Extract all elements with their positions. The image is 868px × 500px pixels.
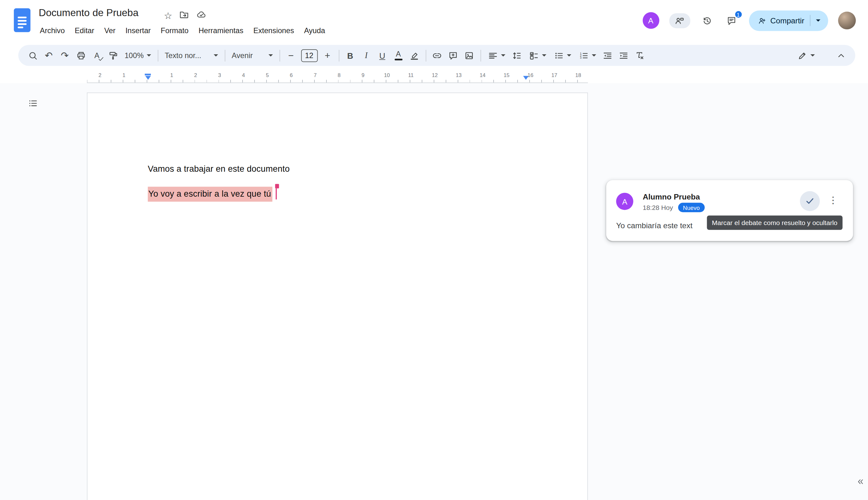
menu-editar[interactable]: Editar xyxy=(70,24,99,37)
image-icon xyxy=(464,50,474,60)
star-icon[interactable]: ☆ xyxy=(164,10,173,21)
text-color-button[interactable]: A xyxy=(390,48,406,63)
add-comment-icon xyxy=(448,50,458,60)
clear-formatting-button[interactable] xyxy=(632,48,647,63)
minus-icon: − xyxy=(288,51,294,60)
horizontal-ruler: 21123456789101112131415161718 xyxy=(0,70,868,83)
collaborator-avatar[interactable]: A xyxy=(643,12,659,29)
menu-formato[interactable]: Formato xyxy=(156,24,193,37)
ruler-number: 4 xyxy=(242,72,245,78)
insert-link-button[interactable] xyxy=(429,48,445,63)
menu-insertar[interactable]: Insertar xyxy=(120,24,156,37)
undo-button[interactable]: ↶ xyxy=(41,48,57,63)
spellcheck-icon: A xyxy=(94,51,99,59)
font-size-input[interactable]: 12 xyxy=(301,49,318,61)
version-history-button[interactable] xyxy=(700,13,714,28)
paragraph-1[interactable]: Vamos a trabajar en este documento xyxy=(148,162,290,174)
resolve-comment-button[interactable] xyxy=(800,191,820,211)
toolbar-divider xyxy=(480,49,481,61)
decrease-indent-button[interactable] xyxy=(600,48,615,63)
paragraph-style-select[interactable]: Texto nor... xyxy=(162,48,221,63)
comment-options-button[interactable]: ⋮ xyxy=(826,194,840,206)
google-docs-app: Documento de Prueba ☆ Archivo Editar Ver… xyxy=(0,0,868,500)
redo-button[interactable]: ↷ xyxy=(57,48,72,63)
collapse-panel-button[interactable] xyxy=(854,475,866,488)
zoom-select[interactable]: 100% xyxy=(121,48,154,63)
comment-author-name: Alumno Prueba xyxy=(643,192,700,201)
print-button[interactable] xyxy=(73,48,89,63)
text-color-icon: A xyxy=(395,50,402,60)
paragraph-2[interactable]: Yo voy a escribir a la vez que tú xyxy=(148,186,290,201)
menu-ver[interactable]: Ver xyxy=(99,24,120,37)
decrease-font-size-button[interactable]: − xyxy=(283,48,299,63)
menu-ayuda[interactable]: Ayuda xyxy=(299,24,330,37)
comment-timestamp: 18:28 Hoy xyxy=(643,204,673,212)
line-spacing-button[interactable] xyxy=(509,48,525,63)
font-family-select[interactable]: Avenir xyxy=(228,48,276,63)
double-chevron-left-icon xyxy=(855,477,865,486)
numbered-list-icon: 123 xyxy=(578,50,588,60)
menu-extensiones[interactable]: Extensiones xyxy=(248,24,299,37)
ruler-number: 3 xyxy=(218,72,221,78)
ruler-number: 16 xyxy=(527,72,533,78)
document-title[interactable]: Documento de Prueba xyxy=(39,7,139,19)
ruler-number: 1 xyxy=(122,72,125,78)
align-button[interactable] xyxy=(484,48,508,63)
profile-avatar[interactable] xyxy=(838,12,856,29)
highlight-color-button[interactable] xyxy=(407,48,422,63)
editing-mode-button[interactable] xyxy=(794,48,818,63)
comments-button[interactable]: 1 xyxy=(725,13,739,28)
comments-notification-badge: 1 xyxy=(734,10,742,19)
menu-archivo[interactable]: Archivo xyxy=(35,24,70,37)
spellcheck-button[interactable]: A xyxy=(89,48,105,63)
left-indent-marker[interactable] xyxy=(145,73,151,80)
chevron-down-icon xyxy=(566,54,571,57)
underline-button[interactable]: U xyxy=(374,48,390,63)
share-button[interactable]: Compartir xyxy=(749,10,828,31)
formatting-toolbar: ↶ ↷ A 100% Texto nor... Avenir − 12 + B … xyxy=(18,45,855,66)
italic-icon: I xyxy=(365,51,368,60)
bold-button[interactable]: B xyxy=(342,48,358,63)
ruler-number: 6 xyxy=(290,72,293,78)
paint-format-button[interactable] xyxy=(105,48,120,63)
document-text[interactable]: Vamos a trabajar en este documento Yo vo… xyxy=(148,154,290,210)
chevron-down-icon xyxy=(816,19,820,22)
commented-text-highlight[interactable]: Yo voy a escribir a la vez que tú xyxy=(148,186,272,201)
increase-font-size-button[interactable]: + xyxy=(320,48,335,63)
ruler-number: 12 xyxy=(432,72,438,78)
docs-logo-icon[interactable] xyxy=(14,8,31,32)
numbered-list-button[interactable]: 123 xyxy=(575,48,599,63)
bulleted-list-button[interactable] xyxy=(550,48,574,63)
bold-icon: B xyxy=(347,51,353,60)
document-page[interactable]: Vamos a trabajar en este documento Yo vo… xyxy=(87,92,588,500)
ruler-number: 18 xyxy=(575,72,581,78)
increase-indent-button[interactable] xyxy=(616,48,632,63)
chevron-down-icon xyxy=(591,54,596,57)
add-comment-button[interactable] xyxy=(445,48,461,63)
checklist-button[interactable] xyxy=(525,48,549,63)
menu-herramientas[interactable]: Herramientas xyxy=(193,24,248,37)
link-icon xyxy=(432,50,442,60)
ruler-number: 5 xyxy=(266,72,269,78)
collaborator-cursor-flag xyxy=(275,184,279,189)
comment-new-badge: Nuevo xyxy=(678,203,705,212)
search-menus-button[interactable] xyxy=(25,48,40,63)
ruler-number: 1 xyxy=(170,72,173,78)
insert-image-button[interactable] xyxy=(461,48,477,63)
document-canvas: Vamos a trabajar en este documento Yo vo… xyxy=(0,83,868,500)
document-outline-icon xyxy=(27,98,38,108)
decrease-indent-icon xyxy=(602,50,613,60)
ruler-number: 8 xyxy=(338,72,341,78)
checklist-icon xyxy=(528,50,539,60)
show-outline-button[interactable] xyxy=(25,96,40,111)
share-dropdown-button[interactable] xyxy=(810,10,826,31)
hide-menus-button[interactable] xyxy=(833,48,848,63)
line-spacing-icon xyxy=(512,50,522,60)
undo-icon: ↶ xyxy=(45,51,53,60)
italic-button[interactable]: I xyxy=(358,48,374,63)
comment-meta: 18:28 Hoy Nuevo xyxy=(643,203,705,212)
cloud-status-icon[interactable] xyxy=(196,10,207,22)
activity-dashboard-button[interactable] xyxy=(669,13,690,28)
move-folder-icon[interactable] xyxy=(179,10,189,22)
comment-card[interactable]: A Alumno Prueba 18:28 Hoy Nuevo ⋮ Yo cam… xyxy=(606,180,853,241)
